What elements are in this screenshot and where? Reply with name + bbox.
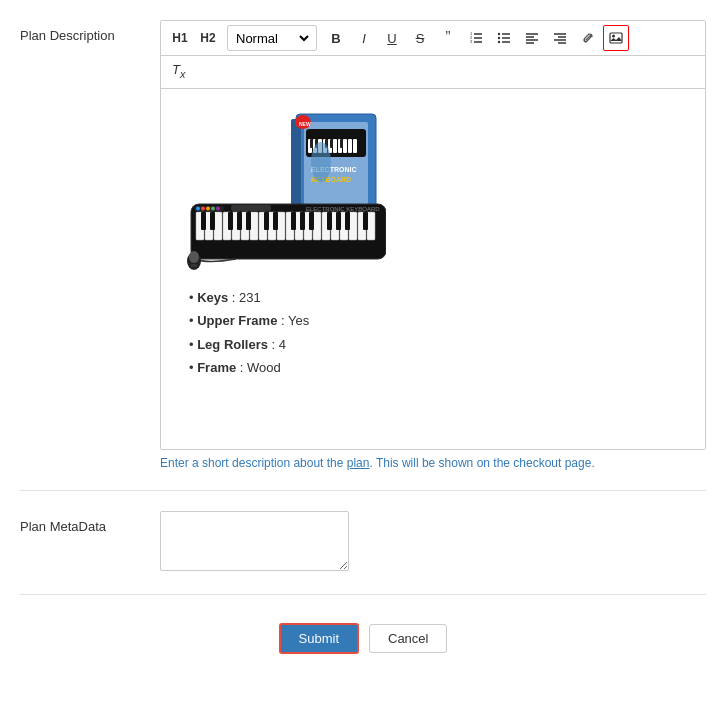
svg-point-87 bbox=[211, 207, 215, 211]
svg-rect-72 bbox=[237, 212, 242, 230]
svg-rect-74 bbox=[264, 212, 269, 230]
svg-rect-80 bbox=[336, 212, 341, 230]
editor-toolbar-row2: Tx bbox=[161, 56, 705, 89]
editor-body[interactable]: ELECTRONIC KEYBOARD NEW bbox=[161, 89, 705, 449]
svg-rect-35 bbox=[348, 139, 352, 153]
rich-text-editor: H1 H2 Normal Heading 1 Heading 2 Heading… bbox=[160, 20, 706, 450]
bold-button[interactable]: B bbox=[323, 25, 349, 51]
clear-format-button[interactable]: Tx bbox=[167, 58, 190, 84]
plan-description-label: Plan Description bbox=[20, 20, 160, 43]
svg-text:NEW: NEW bbox=[299, 121, 311, 127]
hint-text-after: . This will be shown on the checkout pag… bbox=[369, 456, 594, 470]
svg-point-92 bbox=[189, 251, 199, 263]
svg-rect-55 bbox=[250, 212, 258, 240]
svg-point-9 bbox=[498, 33, 500, 35]
strikethrough-button[interactable]: S bbox=[407, 25, 433, 51]
plan-description-row: Plan Description H1 H2 Normal Heading 1 … bbox=[20, 20, 706, 491]
svg-rect-82 bbox=[363, 212, 368, 230]
svg-text:ELECTRONIC KEYBOARD: ELECTRONIC KEYBOARD bbox=[306, 206, 380, 212]
editor-toolbar: H1 H2 Normal Heading 1 Heading 2 Heading… bbox=[161, 21, 705, 56]
svg-rect-62 bbox=[313, 212, 321, 240]
align-left-button[interactable] bbox=[519, 25, 545, 51]
svg-rect-93 bbox=[191, 264, 197, 267]
product-specs-list: Keys : 231 Upper Frame : Yes Leg Rollers… bbox=[176, 286, 690, 380]
svg-rect-41 bbox=[340, 139, 343, 148]
svg-point-46 bbox=[311, 142, 331, 182]
h1-button[interactable]: H1 bbox=[167, 25, 193, 51]
plan-metadata-content bbox=[160, 511, 706, 574]
italic-button[interactable]: I bbox=[351, 25, 377, 51]
hint-text-before: Enter a short description about the bbox=[160, 456, 347, 470]
align-left-icon bbox=[525, 31, 539, 45]
svg-point-86 bbox=[206, 207, 210, 211]
align-right-button[interactable] bbox=[547, 25, 573, 51]
underline-button[interactable]: U bbox=[379, 25, 405, 51]
svg-rect-73 bbox=[246, 212, 251, 230]
buttons-row: Submit Cancel bbox=[20, 619, 706, 654]
spec-item-keys: Keys : 231 bbox=[181, 286, 690, 309]
image-button[interactable] bbox=[603, 25, 629, 51]
plan-metadata-label: Plan MetaData bbox=[20, 511, 160, 534]
svg-rect-58 bbox=[277, 212, 285, 240]
svg-point-85 bbox=[201, 207, 205, 211]
spec-item-upper-frame: Upper Frame : Yes bbox=[181, 309, 690, 332]
svg-rect-75 bbox=[273, 212, 278, 230]
ordered-list-icon: 1 2 3 bbox=[469, 31, 483, 45]
format-select[interactable]: Normal Heading 1 Heading 2 Heading 3 bbox=[232, 30, 312, 47]
h2-button[interactable]: H2 bbox=[195, 25, 221, 51]
unordered-list-icon bbox=[497, 31, 511, 45]
svg-rect-70 bbox=[210, 212, 215, 230]
plan-metadata-row: Plan MetaData bbox=[20, 511, 706, 595]
spec-item-leg-rollers: Leg Rollers : 4 bbox=[181, 333, 690, 356]
unordered-list-button[interactable] bbox=[491, 25, 517, 51]
align-right-icon bbox=[553, 31, 567, 45]
svg-rect-78 bbox=[309, 212, 314, 230]
cancel-button[interactable]: Cancel bbox=[369, 624, 447, 653]
svg-rect-76 bbox=[291, 212, 296, 230]
metadata-input[interactable] bbox=[160, 511, 349, 571]
svg-rect-32 bbox=[333, 139, 337, 153]
link-button[interactable] bbox=[575, 25, 601, 51]
svg-rect-66 bbox=[349, 212, 357, 240]
clear-format-label: Tx bbox=[172, 62, 185, 80]
svg-rect-89 bbox=[231, 205, 271, 211]
svg-point-84 bbox=[196, 207, 200, 211]
ordered-list-button[interactable]: 1 2 3 bbox=[463, 25, 489, 51]
hint-text: Enter a short description about the plan… bbox=[160, 456, 706, 470]
svg-rect-51 bbox=[214, 212, 222, 240]
svg-rect-40 bbox=[330, 139, 333, 148]
svg-rect-77 bbox=[300, 212, 305, 230]
spec-item-frame: Frame : Wood bbox=[181, 356, 690, 379]
hint-plan-link[interactable]: plan bbox=[347, 456, 370, 470]
svg-rect-36 bbox=[353, 139, 357, 153]
product-image: ELECTRONIC KEYBOARD NEW bbox=[176, 104, 386, 274]
svg-rect-37 bbox=[310, 139, 313, 148]
svg-rect-81 bbox=[345, 212, 350, 230]
svg-rect-71 bbox=[228, 212, 233, 230]
submit-button[interactable]: Submit bbox=[279, 623, 359, 654]
svg-rect-24 bbox=[291, 119, 301, 209]
svg-point-10 bbox=[498, 37, 500, 39]
svg-rect-34 bbox=[343, 139, 347, 153]
svg-point-11 bbox=[498, 41, 500, 43]
svg-rect-69 bbox=[201, 212, 206, 230]
svg-point-21 bbox=[612, 35, 615, 38]
image-icon bbox=[609, 31, 623, 45]
svg-rect-79 bbox=[327, 212, 332, 230]
svg-rect-68 bbox=[367, 212, 375, 240]
plan-description-content: H1 H2 Normal Heading 1 Heading 2 Heading… bbox=[160, 20, 706, 470]
keyboard-illustration: ELECTRONIC KEYBOARD NEW bbox=[176, 104, 386, 274]
svg-point-88 bbox=[216, 207, 220, 211]
svg-text:3: 3 bbox=[470, 39, 473, 44]
format-select-wrapper[interactable]: Normal Heading 1 Heading 2 Heading 3 bbox=[227, 25, 317, 51]
svg-rect-20 bbox=[610, 33, 622, 43]
quote-button[interactable]: ” bbox=[435, 25, 461, 51]
link-icon bbox=[581, 31, 595, 45]
